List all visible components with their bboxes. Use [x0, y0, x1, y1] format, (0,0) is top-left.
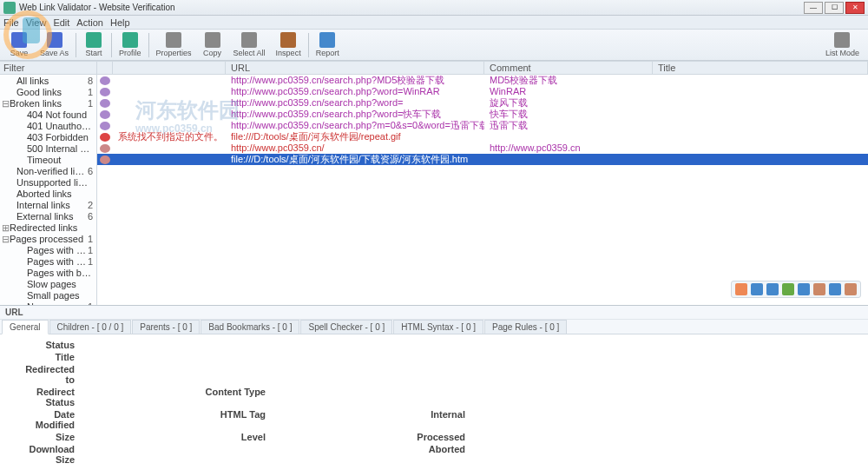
row-comment: 旋风下载: [484, 97, 653, 109]
status-icon[interactable]: [845, 283, 857, 295]
toolbar-separator: [111, 33, 112, 57]
toolbar-label: Inspect: [276, 49, 301, 57]
tree-item[interactable]: External links6: [0, 211, 96, 222]
tree-count: 1: [88, 234, 95, 245]
details-tab[interactable]: Page Rules - [ 0 ]: [484, 320, 567, 334]
status-icon[interactable]: [798, 283, 810, 295]
tree-item[interactable]: 404 Not found: [0, 109, 96, 121]
inspect-button[interactable]: Inspect: [271, 30, 306, 59]
tree-label: Redirected links: [10, 222, 93, 234]
row-url: http://www.pc0359.cn/search.php?word=: [226, 97, 484, 109]
select-all-button[interactable]: Select All: [228, 30, 271, 59]
tree-item[interactable]: Slow pages: [0, 279, 96, 290]
menu-edit[interactable]: Edit: [53, 17, 69, 28]
toolbar-separator: [148, 33, 149, 57]
row-comment: 快车下载: [484, 109, 653, 120]
list-mode-button[interactable]: List Mode: [820, 30, 865, 59]
status-icon[interactable]: [829, 283, 841, 295]
profile-button[interactable]: Profile: [114, 30, 147, 59]
status-icon[interactable]: [782, 283, 794, 295]
row-url: http://www.pc0359.cn/search.php?MD5校验器下载: [226, 75, 484, 86]
tree-toggle-icon[interactable]: ⊟: [2, 98, 10, 109]
tree-item[interactable]: Pages with missing titles1: [0, 256, 96, 268]
row-type: [113, 120, 226, 131]
details-panel: URL GeneralChildren - [ 0 / 0 ]Parents -…: [0, 305, 868, 470]
details-tab[interactable]: Children - [ 0 / 0 ]: [49, 320, 132, 334]
row-comment: [484, 154, 653, 165]
close-button[interactable]: ✕: [845, 2, 865, 14]
tree-item[interactable]: Timeout: [0, 155, 96, 166]
menu-file[interactable]: File: [3, 17, 19, 28]
tree-count: 1: [88, 87, 95, 98]
row-url: http://www.pc0359.cn/search.php?m=0&s=0&…: [226, 120, 484, 131]
properties-button[interactable]: Properties: [151, 30, 197, 59]
details-tab[interactable]: Parents - [ 0 ]: [132, 320, 200, 334]
tree-item[interactable]: Pages with bad bookm...: [0, 268, 96, 279]
tree-count: 1: [88, 256, 95, 268]
tree-item[interactable]: 401 Unauthorized: [0, 121, 96, 132]
result-row[interactable]: http://www.pc0359.cn/search.php?word=快车下…: [97, 109, 868, 120]
menu-view[interactable]: View: [26, 17, 47, 28]
tree-item[interactable]: ⊟Broken links1: [0, 98, 96, 109]
save-as-button[interactable]: Save As: [35, 30, 74, 59]
result-row[interactable]: http://www.pc0359.cn/search.php?MD5校验器下载…: [97, 75, 868, 86]
menu-help[interactable]: Help: [110, 17, 130, 28]
tree-label: Timeout: [27, 155, 93, 166]
detail-value: Aborted: [361, 444, 465, 465]
details-tab[interactable]: Spell Checker - [ 0 ]: [300, 320, 392, 334]
result-row[interactable]: 系统找不到指定的文件。 (Error Code 2)file:///D:/too…: [97, 131, 868, 142]
col-comment-header[interactable]: Comment: [484, 62, 653, 74]
menu-action[interactable]: Action: [76, 17, 103, 28]
tree-item[interactable]: Unsupported links: [0, 177, 96, 189]
tree-label: Non-verified links: [16, 166, 88, 177]
tree-item[interactable]: 500 Internal error: [0, 143, 96, 155]
tree-item[interactable]: Aborted links: [0, 189, 96, 200]
detail-label: Level: [92, 432, 266, 442]
detail-label: Content Type: [92, 387, 266, 407]
result-row[interactable]: file:///D:/tools/桌面/河东软件园/下载资源/河东软件园.htm: [97, 154, 868, 165]
col-type-header[interactable]: [113, 62, 226, 74]
tree-item[interactable]: 403 Forbidden: [0, 132, 96, 143]
start-button[interactable]: Start: [78, 30, 109, 59]
detail-label: Date Modified: [14, 409, 75, 430]
row-title: [653, 75, 868, 86]
maximize-button[interactable]: ☐: [825, 2, 844, 14]
properties-button-icon: [166, 32, 181, 48]
tree-label: Unsupported links: [16, 177, 93, 189]
status-icon[interactable]: [751, 283, 763, 295]
row-status-icon: [100, 122, 110, 130]
row-url: http://www.pc0359.cn/: [226, 142, 484, 154]
result-row[interactable]: http://www.pc0359.cn/search.php?word=Win…: [97, 86, 868, 97]
toolbar-label: List Mode: [825, 49, 859, 57]
ime-icon[interactable]: [735, 283, 747, 295]
result-row[interactable]: http://www.pc0359.cn/search.php?m=0&s=0&…: [97, 120, 868, 131]
tree-count: 8: [88, 76, 95, 87]
tree-toggle-icon[interactable]: ⊟: [2, 234, 10, 245]
tree-toggle-icon[interactable]: ⊞: [2, 222, 10, 234]
tree-label: Good links: [16, 87, 88, 98]
save-button[interactable]: Save: [3, 30, 35, 59]
status-icon[interactable]: [813, 283, 825, 295]
copy-button[interactable]: Copy: [197, 30, 228, 59]
minimize-button[interactable]: —: [804, 2, 823, 14]
tree-item[interactable]: ⊞Redirected links: [0, 222, 96, 234]
tree-item[interactable]: All links8: [0, 76, 96, 87]
result-row[interactable]: http://www.pc0359.cn/search.php?word=旋风下…: [97, 97, 868, 109]
tree-item[interactable]: Non-verified links6: [0, 166, 96, 177]
tree-item[interactable]: Internal links2: [0, 200, 96, 211]
tree-item[interactable]: Good links1: [0, 87, 96, 98]
details-tab[interactable]: Bad Bookmarks - [ 0 ]: [201, 320, 299, 334]
toolbar-label: Report: [316, 49, 339, 57]
tree-item[interactable]: Pages with broken links1: [0, 245, 96, 256]
report-button[interactable]: Report: [311, 30, 345, 59]
col-title-header[interactable]: Title: [653, 62, 868, 74]
tree-item[interactable]: Small pages: [0, 290, 96, 301]
details-tab[interactable]: HTML Syntax - [ 0 ]: [393, 320, 483, 334]
tree-item[interactable]: ⊟Pages processed1: [0, 234, 96, 245]
status-icon[interactable]: [766, 283, 779, 295]
details-tab[interactable]: General: [2, 320, 49, 334]
tree-label: 404 Not found: [27, 109, 93, 121]
result-row[interactable]: http://www.pc0359.cn/http://www.pc0359.c…: [97, 142, 868, 154]
col-url-header[interactable]: URL: [226, 62, 484, 74]
results-grid[interactable]: http://www.pc0359.cn/search.php?MD5校验器下载…: [97, 75, 868, 305]
